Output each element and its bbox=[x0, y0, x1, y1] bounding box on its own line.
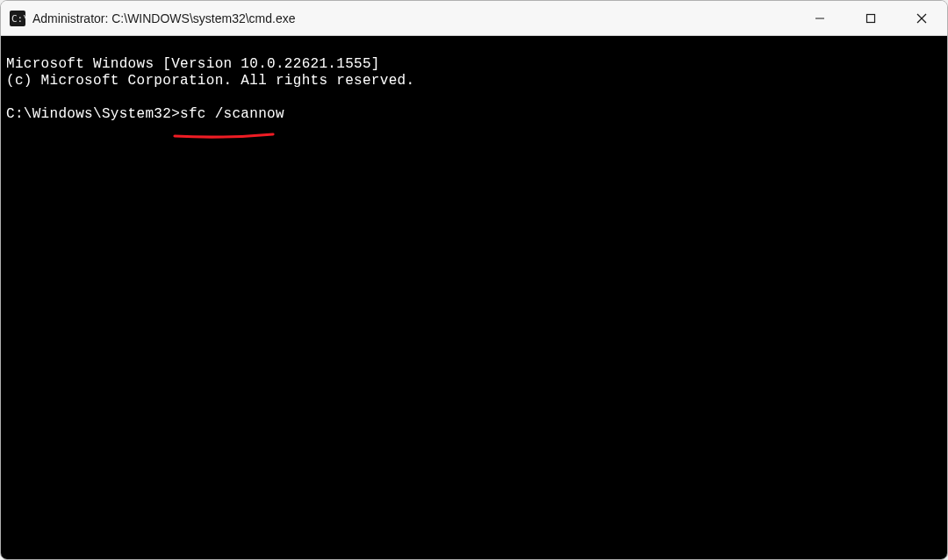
maximize-icon bbox=[865, 12, 877, 25]
minimize-icon bbox=[814, 12, 826, 25]
maximize-button[interactable] bbox=[845, 1, 896, 35]
window-controls bbox=[794, 1, 947, 35]
underline-stroke-icon bbox=[175, 134, 273, 137]
terminal-prompt: C:\Windows\System32> bbox=[6, 106, 180, 122]
minimize-button[interactable] bbox=[794, 1, 845, 35]
cmd-window: C:\ Administrator: C:\WINDOWS\system32\c… bbox=[0, 0, 948, 560]
close-button[interactable] bbox=[896, 1, 947, 35]
annotation-underline bbox=[175, 99, 273, 106]
window-title: Administrator: C:\WINDOWS\system32\cmd.e… bbox=[32, 11, 296, 25]
terminal-banner-line1: Microsoft Windows [Version 10.0.22621.15… bbox=[6, 56, 380, 72]
title-bar[interactable]: C:\ Administrator: C:\WINDOWS\system32\c… bbox=[1, 1, 947, 36]
title-bar-left: C:\ Administrator: C:\WINDOWS\system32\c… bbox=[1, 11, 296, 26]
terminal-banner-line2: (c) Microsoft Corporation. All rights re… bbox=[6, 73, 414, 89]
close-icon bbox=[916, 12, 928, 25]
svg-text:C:\: C:\ bbox=[11, 13, 25, 25]
terminal-client-area[interactable]: Microsoft Windows [Version 10.0.22621.15… bbox=[1, 36, 947, 559]
svg-rect-3 bbox=[867, 14, 875, 22]
cmd-app-icon: C:\ bbox=[10, 11, 25, 26]
